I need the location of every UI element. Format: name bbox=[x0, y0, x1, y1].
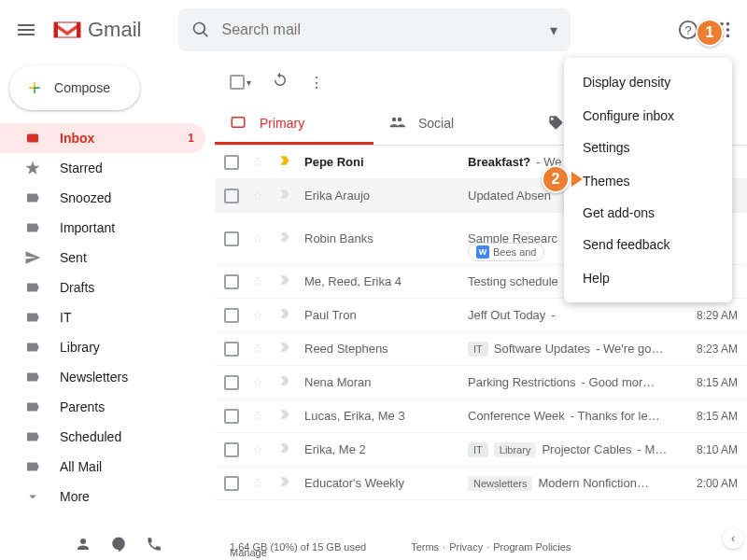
label-chip[interactable]: IT bbox=[468, 342, 488, 357]
star-icon[interactable]: ☆ bbox=[252, 274, 269, 288]
nav-icon bbox=[24, 369, 43, 385]
settings-menu-configure-inbox[interactable]: Configure inbox bbox=[564, 99, 732, 133]
select-chevron-icon[interactable]: ▾ bbox=[247, 77, 251, 88]
row-checkbox[interactable] bbox=[224, 231, 239, 246]
time: 8:15 AM bbox=[684, 410, 738, 423]
sidebar-item-important[interactable]: Important bbox=[0, 213, 205, 243]
compose-button[interactable]: Compose bbox=[9, 65, 140, 110]
importance-icon[interactable] bbox=[278, 441, 291, 457]
sidebar-item-library[interactable]: Library bbox=[0, 332, 205, 362]
star-icon[interactable]: ☆ bbox=[252, 442, 269, 456]
sidebar-item-it[interactable]: IT bbox=[0, 302, 205, 332]
settings-menu-display-density[interactable]: Display density bbox=[564, 65, 732, 99]
subject: Software Updates bbox=[494, 342, 590, 356]
phone-icon[interactable] bbox=[146, 536, 162, 554]
sidebar-item-all-mail[interactable]: All Mail bbox=[0, 452, 205, 482]
label-chip[interactable]: Newsletters bbox=[468, 476, 532, 491]
row-checkbox[interactable] bbox=[224, 308, 239, 323]
svg-point-5 bbox=[726, 22, 730, 26]
row-checkbox[interactable] bbox=[224, 274, 239, 289]
row-checkbox[interactable] bbox=[224, 409, 239, 424]
sidebar-item-more[interactable]: More bbox=[0, 482, 205, 511]
expand-chevron-icon[interactable]: ‹ bbox=[723, 528, 743, 549]
nav-icon bbox=[24, 399, 43, 415]
email-row[interactable]: ☆ Nena Moran Parking Restrictions - Good… bbox=[215, 366, 747, 399]
search-input[interactable] bbox=[221, 21, 550, 38]
subject: Projector Cables bbox=[542, 442, 631, 456]
settings-menu-themes[interactable]: Themes bbox=[564, 164, 732, 198]
plus-icon bbox=[28, 75, 41, 101]
nav-icon bbox=[24, 130, 43, 147]
sidebar: Compose Inbox1StarredSnoozedImportantSen… bbox=[0, 60, 215, 534]
privacy-link[interactable]: Privacy bbox=[449, 541, 483, 553]
time: 8:15 AM bbox=[684, 376, 738, 389]
sidebar-item-parents[interactable]: Parents bbox=[0, 392, 205, 422]
settings-menu-send-feedback[interactable]: Send feedback bbox=[564, 230, 732, 261]
sidebar-item-sent[interactable]: Sent bbox=[0, 243, 205, 273]
row-checkbox[interactable] bbox=[224, 375, 239, 390]
time: 8:23 AM bbox=[684, 343, 738, 356]
settings-menu-settings[interactable]: Settings bbox=[564, 133, 732, 164]
row-checkbox[interactable] bbox=[224, 476, 239, 491]
importance-icon[interactable] bbox=[278, 188, 291, 203]
row-checkbox[interactable] bbox=[224, 442, 239, 457]
sidebar-item-scheduled[interactable]: Scheduled bbox=[0, 422, 205, 452]
star-icon[interactable]: ☆ bbox=[252, 231, 269, 245]
search-bar[interactable]: ▾ bbox=[178, 8, 571, 51]
tab-social[interactable]: Social bbox=[374, 105, 532, 145]
star-icon[interactable]: ☆ bbox=[252, 308, 269, 322]
row-checkbox[interactable] bbox=[224, 155, 239, 170]
star-icon[interactable]: ☆ bbox=[252, 155, 269, 169]
importance-icon[interactable] bbox=[278, 231, 291, 246]
contacts-icon[interactable] bbox=[75, 536, 92, 554]
sidebar-item-starred[interactable]: Starred bbox=[0, 153, 205, 183]
select-all-checkbox[interactable] bbox=[230, 75, 245, 90]
snippet: - bbox=[551, 308, 555, 322]
snippet: - Thanks for le… bbox=[571, 409, 660, 423]
attachment-chip[interactable]: WBees and bbox=[468, 243, 544, 246]
search-dropdown-icon[interactable]: ▾ bbox=[550, 21, 557, 39]
sidebar-item-snoozed[interactable]: Snoozed bbox=[0, 183, 205, 213]
sidebar-item-newsletters[interactable]: Newsletters bbox=[0, 362, 205, 392]
star-icon[interactable]: ☆ bbox=[252, 189, 269, 203]
gmail-logo[interactable]: Gmail bbox=[52, 18, 141, 42]
refresh-icon[interactable] bbox=[272, 72, 289, 92]
importance-icon[interactable] bbox=[278, 408, 291, 424]
search-icon bbox=[191, 21, 210, 39]
more-icon[interactable]: ⋮ bbox=[309, 74, 324, 91]
hangouts-icon[interactable] bbox=[110, 536, 127, 554]
star-icon[interactable]: ☆ bbox=[252, 375, 269, 389]
tab-icon bbox=[388, 114, 405, 133]
email-row[interactable]: ☆ Educator's Weekly NewslettersModern No… bbox=[215, 467, 747, 500]
row-checkbox[interactable] bbox=[224, 189, 239, 203]
tab-primary[interactable]: Primary bbox=[215, 105, 374, 145]
subject: Updated Absen bbox=[468, 189, 551, 203]
importance-icon[interactable] bbox=[278, 374, 291, 390]
settings-menu-get-add-ons[interactable]: Get add-ons bbox=[564, 198, 732, 230]
sidebar-item-inbox[interactable]: Inbox1 bbox=[0, 123, 205, 153]
svg-text:?: ? bbox=[684, 23, 691, 37]
settings-menu-help[interactable]: Help bbox=[564, 261, 732, 295]
label-chip[interactable]: Library bbox=[494, 442, 537, 457]
policies-link[interactable]: Program Policies bbox=[493, 541, 571, 553]
star-icon[interactable]: ☆ bbox=[252, 342, 269, 356]
importance-icon[interactable] bbox=[278, 154, 291, 170]
importance-icon[interactable] bbox=[278, 341, 291, 357]
star-icon[interactable]: ☆ bbox=[252, 476, 269, 490]
importance-icon[interactable] bbox=[278, 475, 291, 491]
row-checkbox[interactable] bbox=[224, 342, 239, 357]
importance-icon[interactable] bbox=[278, 307, 291, 323]
email-row[interactable]: ☆ Paul Tron Jeff Out Today - 8:29 AM bbox=[215, 299, 747, 332]
nav-icon bbox=[24, 339, 43, 356]
manage-link[interactable]: Manage bbox=[230, 547, 267, 558]
terms-link[interactable]: Terms bbox=[411, 541, 439, 553]
menu-icon[interactable] bbox=[15, 19, 37, 41]
star-icon[interactable]: ☆ bbox=[252, 409, 269, 423]
label-chip[interactable]: IT bbox=[468, 442, 488, 457]
importance-icon[interactable] bbox=[278, 273, 291, 289]
email-row[interactable]: ☆ Reed Stephens ITSoftware Updates - We'… bbox=[215, 332, 747, 366]
email-row[interactable]: ☆ Lucas, Erika, Me 3 Conference Week - T… bbox=[215, 399, 747, 433]
tab-icon bbox=[547, 114, 564, 133]
sidebar-item-drafts[interactable]: Drafts bbox=[0, 273, 205, 302]
email-row[interactable]: ☆ Erika, Me 2 ITLibraryProjector Cables … bbox=[215, 433, 747, 467]
